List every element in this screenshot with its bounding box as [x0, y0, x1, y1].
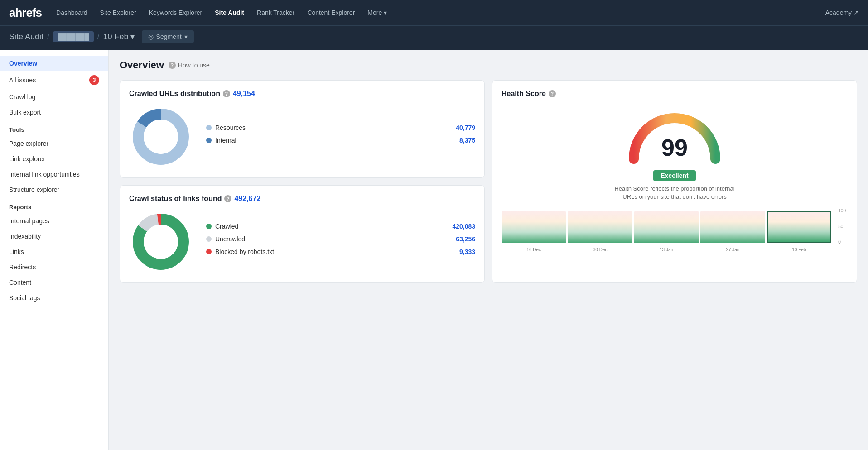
bar-label-2: 30 Dec: [568, 247, 632, 252]
resources-dot: [206, 125, 212, 130]
segment-arrow: ▾: [184, 33, 188, 40]
crawled-urls-legend: Resources 40,779 Internal 8,375: [206, 124, 475, 149]
sidebar-item-link-explorer[interactable]: Link explorer: [0, 151, 108, 167]
sidebar-item-bulk-export[interactable]: Bulk export: [0, 105, 108, 120]
breadcrumb-bar: Site Audit / ███████ / 10 Feb ▾ ◎ Segmen…: [0, 25, 868, 50]
nav-more[interactable]: More ▾: [362, 5, 392, 20]
crawled-urls-help-icon[interactable]: ?: [223, 90, 230, 97]
internal-label: Internal: [215, 137, 236, 144]
nav-rank-tracker[interactable]: Rank Tracker: [251, 5, 300, 20]
sidebar-item-overview[interactable]: Overview: [0, 56, 108, 71]
legend-resources: Resources 40,779: [206, 124, 475, 131]
bar-4: [700, 211, 765, 243]
sidebar-item-all-issues[interactable]: All issues 3: [0, 71, 108, 89]
breadcrumb-sep2: /: [97, 32, 100, 42]
sidebar: Overview All issues 3 Crawl log Bulk exp…: [0, 50, 109, 450]
svg-point-2: [144, 120, 178, 154]
bar-label-5: 10 Feb: [767, 247, 831, 252]
crawled-urls-card: Crawled URLs distribution ? 49,154: [120, 80, 485, 178]
logo-a: a: [9, 6, 15, 19]
all-issues-label: All issues: [9, 77, 36, 84]
uncrawled-value[interactable]: 63,256: [456, 235, 475, 243]
crawl-status-total: 492,672: [234, 195, 260, 203]
breadcrumb-site-audit: Site Audit: [9, 32, 43, 42]
segment-button[interactable]: ◎ Segment ▾: [142, 30, 194, 43]
bar-chart-yaxis: 100 50 0: [838, 208, 846, 244]
bar-1: [502, 211, 566, 243]
crawled-dot: [206, 224, 212, 229]
sidebar-tools-title: Tools: [0, 120, 108, 136]
legend-blocked: Blocked by robots.txt 9,333: [206, 248, 475, 255]
health-score-description: Health Score reflects the proportion of …: [611, 185, 738, 201]
main-layout: Overview All issues 3 Crawl log Bulk exp…: [0, 50, 868, 450]
sidebar-item-redirects[interactable]: Redirects: [0, 259, 108, 275]
sidebar-item-internal-pages[interactable]: Internal pages: [0, 213, 108, 229]
how-to-use[interactable]: ? How to use: [169, 62, 210, 69]
bar-label-1: 16 Dec: [502, 247, 566, 252]
blocked-label: Blocked by robots.txt: [215, 248, 274, 255]
bar-label-3: 13 Jan: [634, 247, 699, 252]
bar-col-5: [767, 208, 831, 243]
sidebar-item-social-tags[interactable]: Social tags: [0, 290, 108, 306]
breadcrumb-project[interactable]: ███████: [53, 31, 93, 42]
sidebar-item-indexability[interactable]: Indexability: [0, 229, 108, 244]
legend-internal: Internal 8,375: [206, 137, 475, 144]
nav-keywords-explorer[interactable]: Keywords Explorer: [144, 5, 208, 20]
left-column: Crawled URLs distribution ? 49,154: [120, 80, 485, 283]
how-to-use-label: How to use: [178, 62, 210, 69]
segment-icon: ◎: [148, 33, 154, 40]
crawled-urls-donut-chart: [129, 105, 193, 168]
crawled-label: Crawled: [215, 223, 238, 230]
resources-value[interactable]: 40,779: [456, 124, 475, 131]
crawl-status-help-icon[interactable]: ?: [224, 195, 231, 202]
internal-value[interactable]: 8,375: [459, 137, 475, 144]
bar-2: [568, 211, 632, 243]
blocked-dot: [206, 249, 212, 254]
crawl-status-donut-chart: [129, 210, 193, 273]
health-score-badge: Excellent: [653, 170, 695, 181]
breadcrumb-sep1: /: [47, 32, 49, 42]
nav-content-explorer[interactable]: Content Explorer: [302, 5, 360, 20]
crawl-status-legend: Crawled 420,083 Uncrawled 63,256: [206, 223, 475, 261]
sidebar-item-content[interactable]: Content: [0, 275, 108, 290]
bar-5: [767, 211, 831, 243]
bar-chart-labels: 16 Dec 30 Dec 13 Jan 27 Jan 10 Feb: [502, 247, 831, 252]
question-icon: ?: [169, 62, 176, 69]
nav-dashboard[interactable]: Dashboard: [51, 5, 93, 20]
blocked-value[interactable]: 9,333: [459, 248, 475, 255]
crawled-urls-title: Crawled URLs distribution ? 49,154: [129, 90, 475, 98]
bar-col-3: [634, 208, 699, 243]
sidebar-item-structure-explorer[interactable]: Structure explorer: [0, 182, 108, 197]
bar-label-4: 27 Jan: [700, 247, 765, 252]
bar-col-1: [502, 208, 566, 243]
all-issues-badge: 3: [89, 75, 99, 85]
svg-point-6: [144, 225, 178, 259]
uncrawled-label: Uncrawled: [215, 235, 245, 243]
health-score-number: 99: [661, 134, 688, 161]
sidebar-reports-title: Reports: [0, 197, 108, 213]
crawled-urls-total: 49,154: [233, 90, 255, 98]
main-content: Overview ? How to use Crawled URLs distr…: [109, 50, 868, 450]
sidebar-item-page-explorer[interactable]: Page explorer: [0, 136, 108, 151]
health-bar-chart-wrapper: 100 50 0 16 Dec 30 Dec 13 Jan 27 Jan 10 …: [502, 208, 848, 252]
health-bar-chart: 100 50 0: [502, 208, 831, 244]
bar-col-2: [568, 208, 632, 243]
health-score-title: Health Score ?: [502, 90, 556, 98]
crawled-value[interactable]: 420,083: [452, 223, 475, 230]
sidebar-item-links[interactable]: Links: [0, 244, 108, 259]
nav-site-explorer[interactable]: Site Explorer: [95, 5, 142, 20]
crawl-status-title: Crawl status of links found ? 492,672: [129, 195, 475, 203]
bar-3: [634, 211, 699, 243]
segment-label: Segment: [156, 33, 182, 40]
uncrawled-dot: [206, 236, 212, 242]
crawl-status-card: Crawl status of links found ? 492,672: [120, 185, 485, 283]
nav-site-audit[interactable]: Site Audit: [209, 5, 250, 20]
breadcrumb-date[interactable]: 10 Feb ▾: [103, 32, 135, 42]
sidebar-item-crawl-log[interactable]: Crawl log: [0, 89, 108, 105]
health-gauge-wrapper: 99: [625, 107, 724, 166]
resources-label: Resources: [215, 124, 246, 131]
health-score-help-icon[interactable]: ?: [549, 90, 556, 97]
logo[interactable]: ahrefs: [9, 6, 42, 20]
nav-academy[interactable]: Academy ↗: [825, 9, 859, 16]
sidebar-item-internal-link-opportunities[interactable]: Internal link opportunities: [0, 167, 108, 182]
